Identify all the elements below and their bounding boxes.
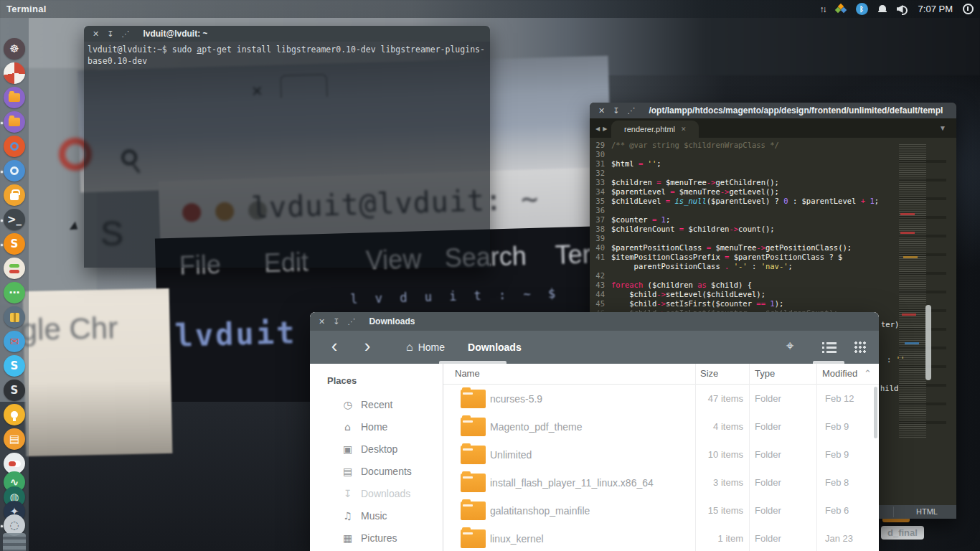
panel-app-title[interactable]: Terminal bbox=[0, 4, 47, 14]
dock-item-files-alt[interactable] bbox=[4, 111, 25, 133]
table-row[interactable]: install_flash_player_11_linux.x86_643 it… bbox=[443, 469, 879, 497]
sidebar-item-documents[interactable]: ▤Documents bbox=[310, 460, 443, 482]
wallpaper-chrome-text: gle Chr bbox=[20, 311, 118, 347]
sidebar-item-desktop[interactable]: ▣Desktop bbox=[310, 438, 443, 460]
list-scrollbar[interactable] bbox=[874, 387, 877, 438]
editor-scrollbar[interactable] bbox=[925, 305, 931, 380]
sidebar-item-recent[interactable]: ◷Recent bbox=[310, 393, 443, 415]
dock-item-firefox[interactable] bbox=[4, 136, 25, 157]
dock-item-notes[interactable]: ▤ bbox=[4, 428, 25, 450]
maximize-icon[interactable]: ⋰ bbox=[347, 318, 355, 326]
list-view-icon[interactable] bbox=[822, 342, 837, 353]
sublime-text-icon: S bbox=[11, 239, 19, 250]
dock-item-sublime-text[interactable]: S bbox=[4, 233, 25, 255]
file-modified: Jan 23 bbox=[825, 533, 853, 544]
close-icon[interactable]: ✕ bbox=[93, 30, 99, 38]
code-text: $childLevel = is_null($parentLevel) ? 0 … bbox=[611, 197, 879, 206]
line-number: 39 bbox=[590, 234, 611, 243]
table-row[interactable]: Unlimited10 itemsFolderFeb 9 bbox=[443, 441, 879, 469]
clock-label[interactable]: 7:07 PM bbox=[918, 4, 953, 14]
desktop-icon-label: d_final bbox=[881, 526, 924, 540]
dock-item-chromium[interactable] bbox=[4, 160, 25, 182]
dock-item-media-player[interactable]: S bbox=[4, 380, 25, 401]
line-number: 32 bbox=[590, 169, 611, 178]
code-line: 35$childLevel = is_null($parentLevel) ? … bbox=[590, 197, 899, 206]
code-text: $child->setIsFirst($counter == 1); bbox=[611, 299, 783, 309]
file-name: galatitanshop_mainfile bbox=[490, 505, 590, 517]
sidebar-item-home[interactable]: ⌂Home bbox=[310, 415, 443, 438]
tab-overflow-dropdown-icon[interactable]: ▼ bbox=[939, 124, 946, 132]
column-size[interactable]: Size bbox=[700, 368, 718, 379]
minimize-icon[interactable]: ↧ bbox=[613, 107, 619, 115]
package-updates-icon[interactable] bbox=[836, 4, 846, 14]
files-titlebar[interactable]: ✕ ↧ ⋰ Downloads bbox=[310, 312, 879, 331]
locate-pointer-icon[interactable]: ⌖ bbox=[786, 338, 794, 354]
close-icon[interactable]: ✕ bbox=[319, 318, 325, 326]
sidebar-item-pictures[interactable]: ▦Pictures bbox=[310, 527, 443, 549]
updown-arrows-icon[interactable]: ↑↓ bbox=[820, 4, 826, 14]
bluetooth-icon[interactable]: ᛒ bbox=[856, 3, 868, 15]
breadcrumb-current[interactable]: Downloads bbox=[468, 342, 522, 353]
line-number: 44 bbox=[590, 290, 611, 299]
grid-view-icon[interactable] bbox=[854, 341, 866, 353]
maximize-icon[interactable]: ⋰ bbox=[121, 30, 129, 38]
dock-item-terminal-app[interactable]: >_ bbox=[4, 209, 25, 230]
tab-close-icon[interactable]: ✕ bbox=[681, 126, 687, 133]
minimize-icon[interactable]: ↧ bbox=[107, 30, 113, 38]
skype-icon: S bbox=[11, 361, 19, 372]
code-text: $parentPositionClass = $menuTree->getPos… bbox=[611, 243, 852, 253]
dock-item-ubuntu-logo[interactable]: ☸ bbox=[4, 38, 25, 60]
sort-arrow-icon[interactable]: ⌃ bbox=[864, 368, 872, 379]
tab-nav-forward-icon[interactable]: ▶ bbox=[603, 126, 607, 132]
box-icon bbox=[10, 313, 19, 322]
maximize-icon[interactable]: ⋰ bbox=[627, 107, 635, 115]
file-size: 47 items bbox=[680, 393, 743, 404]
files-window: ✕ ↧ ⋰ Downloads ‹ › ⌂ Home Downloads ⌖ P… bbox=[310, 312, 879, 551]
sidebar-item-music[interactable]: ♫Music bbox=[310, 504, 443, 527]
dock-item-idea-bulb[interactable] bbox=[4, 404, 25, 425]
column-name[interactable]: Name bbox=[455, 368, 480, 379]
close-icon[interactable]: ✕ bbox=[598, 107, 605, 115]
dock-item-messages[interactable]: ⋯ bbox=[4, 282, 25, 303]
minimize-icon[interactable]: ↧ bbox=[333, 318, 339, 326]
file-name: Unlimited bbox=[490, 449, 532, 461]
back-button[interactable]: ‹ bbox=[324, 336, 344, 358]
file-type: Folder bbox=[755, 421, 781, 432]
column-modified[interactable]: Modified bbox=[822, 368, 857, 379]
files-toolbar: ‹ › ⌂ Home Downloads ⌖ bbox=[310, 331, 879, 364]
terminal-output[interactable]: lvduit@lvduit:~$ sudo apt-get install li… bbox=[84, 42, 490, 268]
editor-titlebar[interactable]: ✕ ↧ ⋰ /opt/lampp/htdocs/magento/app/desi… bbox=[590, 103, 956, 118]
table-row[interactable]: linux_kernel1 itemFolderJan 23 bbox=[443, 525, 879, 551]
line-number: 43 bbox=[590, 281, 611, 290]
tab-nav-arrows[interactable]: ◀ ▶ bbox=[590, 126, 611, 138]
table-row[interactable]: galatitanshop_mainfile15 itemsFolderFeb … bbox=[443, 497, 879, 525]
breadcrumb-home[interactable]: ⌂ Home bbox=[406, 341, 445, 354]
terminal-titlebar[interactable]: ✕ ↧ ⋰ lvduit@lvduit: ~ bbox=[84, 26, 490, 42]
tab-renderer-phtml[interactable]: renderer.phtml ✕ bbox=[611, 121, 699, 138]
dock-item-settings[interactable] bbox=[4, 258, 25, 279]
dock-item-mail[interactable]: ✉ bbox=[4, 331, 25, 352]
code-line: parentPositionClass . '-' : 'nav-'; bbox=[590, 262, 899, 271]
dock-item-browser-pie[interactable] bbox=[4, 62, 25, 84]
dock-item-files[interactable] bbox=[4, 87, 25, 108]
code-text: /** @var string $childrenWrapClass */ bbox=[611, 141, 779, 150]
forward-button[interactable]: › bbox=[357, 336, 377, 358]
session-power-icon[interactable] bbox=[963, 4, 974, 14]
sidebar-item-downloads[interactable]: ↧Downloads bbox=[310, 482, 443, 504]
dock-item-package-manager[interactable] bbox=[4, 306, 25, 328]
minimap[interactable] bbox=[899, 144, 946, 438]
code-text: $child->setLevel($childLevel); bbox=[611, 290, 765, 299]
notifications-bell-icon[interactable] bbox=[878, 5, 887, 13]
line-number: 40 bbox=[590, 243, 611, 253]
code-line: 40$parentPositionClass = $menuTree->getP… bbox=[590, 243, 899, 253]
sound-icon[interactable] bbox=[897, 4, 908, 14]
column-type[interactable]: Type bbox=[755, 368, 775, 379]
dock-item-skype[interactable]: S bbox=[4, 355, 25, 377]
folder-icon bbox=[9, 93, 20, 102]
table-row[interactable]: Magento_pdf_theme4 itemsFolderFeb 9 bbox=[443, 413, 879, 441]
dock-item-app-store[interactable] bbox=[4, 184, 25, 206]
table-row[interactable]: ncurses-5.947 itemsFolderFeb 12 bbox=[443, 385, 879, 413]
statusbar-syntax[interactable]: HTML bbox=[916, 507, 938, 516]
tab-nav-back-icon[interactable]: ◀ bbox=[595, 126, 600, 132]
dock-stacked-items[interactable] bbox=[3, 533, 26, 551]
